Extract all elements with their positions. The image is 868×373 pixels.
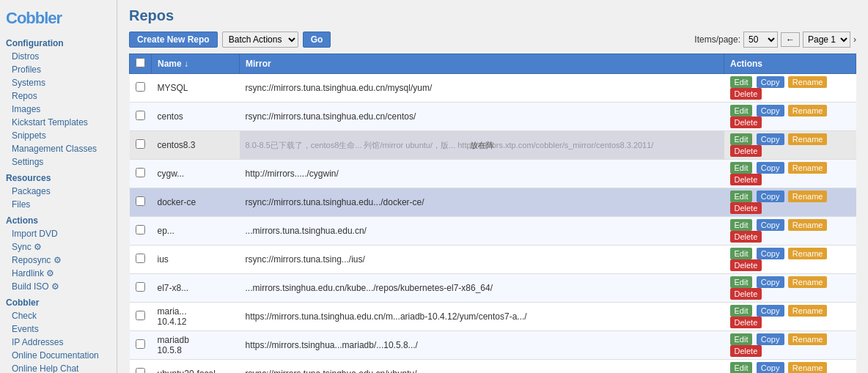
edit-button[interactable]: Edit — [730, 162, 753, 174]
table-row: ep... ...mirrors.tuna.tsinghua.edu.cn/ E… — [130, 217, 856, 245]
sidebar-item-snippets[interactable]: Snippets — [0, 129, 117, 142]
rename-button[interactable]: Rename — [788, 162, 828, 174]
copy-button[interactable]: Copy — [757, 219, 784, 231]
copy-button[interactable]: Copy — [757, 276, 784, 288]
page-select[interactable]: Page 1 — [803, 32, 850, 48]
rename-button[interactable]: Rename — [788, 276, 828, 288]
edit-button[interactable]: Edit — [730, 362, 753, 373]
delete-button[interactable]: Delete — [730, 88, 762, 100]
page-back-button[interactable]: ← — [781, 32, 800, 47]
items-per-page-select[interactable]: 50 25 100 — [743, 32, 778, 48]
sidebar: Cobbler Configuration Distros Profiles S… — [0, 0, 117, 373]
sidebar-item-check[interactable]: Check — [0, 309, 117, 322]
rename-button[interactable]: Rename — [788, 305, 828, 317]
edit-button[interactable]: Edit — [730, 133, 753, 145]
sidebar-item-kickstart-templates[interactable]: Kickstart Templates — [0, 116, 117, 129]
rename-button[interactable]: Rename — [788, 362, 828, 373]
delete-button[interactable]: Delete — [730, 345, 762, 357]
delete-button[interactable]: Delete — [730, 117, 762, 128]
rename-button[interactable]: Rename — [788, 219, 828, 231]
row-checkbox[interactable] — [136, 168, 145, 177]
sidebar-item-reposync[interactable]: Reposync ⚙ — [0, 254, 117, 267]
row-checkbox[interactable] — [136, 311, 145, 320]
sidebar-item-online-help-chat[interactable]: Online Help Chat — [0, 362, 117, 373]
sidebar-item-events[interactable]: Events — [0, 322, 117, 336]
table-row: mariadb10.5.8 https://mirrors.tsinghua..… — [130, 331, 856, 360]
batch-actions-select[interactable]: Batch Actions — [222, 32, 298, 48]
copy-button[interactable]: Copy — [757, 133, 784, 145]
row-checkbox[interactable] — [136, 339, 145, 349]
copy-button[interactable]: Copy — [757, 191, 784, 202]
copy-button[interactable]: Copy — [757, 162, 784, 174]
sidebar-item-ip-addresses[interactable]: IP Addresses — [0, 336, 117, 349]
go-button[interactable]: Go — [303, 32, 331, 48]
sidebar-item-build-iso[interactable]: Build ISO ⚙ — [0, 280, 117, 293]
row-actions: Edit Copy Rename Delete — [724, 217, 856, 245]
sidebar-item-repos[interactable]: Repos — [0, 89, 117, 103]
col-header-name[interactable]: Name ↓ — [152, 54, 240, 74]
repo-name: centos — [152, 103, 240, 131]
row-actions: Edit Copy Rename Delete — [724, 74, 856, 103]
delete-button[interactable]: Delete — [730, 231, 762, 243]
sidebar-item-online-documentation[interactable]: Online Documentation — [0, 349, 117, 362]
sidebar-item-packages[interactable]: Packages — [0, 185, 117, 198]
edit-button[interactable]: Edit — [730, 191, 753, 202]
row-actions: Edit Copy Rename Delete — [724, 331, 856, 360]
edit-button[interactable]: Edit — [730, 219, 753, 231]
sidebar-item-systems[interactable]: Systems — [0, 76, 117, 89]
col-header-actions: Actions — [724, 54, 856, 74]
select-all-checkbox[interactable] — [136, 58, 145, 67]
edit-button[interactable]: Edit — [730, 76, 753, 88]
copy-button[interactable]: Copy — [757, 76, 784, 88]
repo-mirror: rsync://mirrors.tuna.tsinghua.edu.cn/cen… — [240, 103, 724, 131]
delete-button[interactable]: Delete — [730, 259, 762, 271]
edit-button[interactable]: Edit — [730, 305, 753, 317]
repo-mirror: http://mirrors...../cygwin/ — [240, 160, 724, 188]
row-checkbox[interactable] — [136, 368, 145, 373]
row-actions: Edit Copy Rename Delete — [724, 160, 856, 188]
row-checkbox[interactable] — [136, 82, 145, 92]
sidebar-item-files[interactable]: Files — [0, 198, 117, 211]
sidebar-item-distros[interactable]: Distros — [0, 50, 117, 63]
edit-button[interactable]: Edit — [730, 333, 753, 345]
sidebar-item-images[interactable]: Images — [0, 103, 117, 116]
logo-text: Cobbler — [6, 9, 62, 27]
row-checkbox[interactable] — [136, 139, 145, 149]
copy-button[interactable]: Copy — [757, 362, 784, 373]
table-row: ius rsync://mirrors.tuna.tsing.../ius/ E… — [130, 245, 856, 274]
rename-button[interactable]: Rename — [788, 333, 828, 345]
row-checkbox[interactable] — [136, 111, 145, 120]
delete-button[interactable]: Delete — [730, 145, 762, 157]
rename-button[interactable]: Rename — [788, 76, 828, 88]
row-checkbox[interactable] — [136, 196, 145, 206]
row-checkbox[interactable] — [136, 254, 145, 263]
copy-button[interactable]: Copy — [757, 248, 784, 259]
copy-button[interactable]: Copy — [757, 105, 784, 117]
rename-button[interactable]: Rename — [788, 133, 828, 145]
delete-button[interactable]: Delete — [730, 202, 762, 214]
sidebar-item-management-classes[interactable]: Management Classes — [0, 142, 117, 155]
rename-button[interactable]: Rename — [788, 248, 828, 259]
create-new-repo-button[interactable]: Create New Repo — [129, 32, 218, 48]
edit-button[interactable]: Edit — [730, 248, 753, 259]
edit-button[interactable]: Edit — [730, 105, 753, 117]
col-header-mirror: Mirror — [240, 54, 724, 74]
repo-mirror: rsync://mirrors.tuna.tsinghua.edu.cn/mys… — [240, 74, 724, 103]
row-checkbox[interactable] — [136, 225, 145, 234]
sidebar-item-import-dvd[interactable]: Import DVD — [0, 227, 117, 240]
row-checkbox[interactable] — [136, 282, 145, 292]
sidebar-item-profiles[interactable]: Profiles — [0, 63, 117, 76]
copy-button[interactable]: Copy — [757, 305, 784, 317]
delete-button[interactable]: Delete — [730, 317, 762, 328]
sidebar-item-sync[interactable]: Sync ⚙ — [0, 240, 117, 254]
copy-button[interactable]: Copy — [757, 333, 784, 345]
rename-button[interactable]: Rename — [788, 191, 828, 202]
repo-name: MYSQL — [152, 74, 240, 103]
delete-button[interactable]: Delete — [730, 288, 762, 300]
delete-button[interactable]: Delete — [730, 174, 762, 185]
repo-name: ius — [152, 245, 240, 274]
sidebar-item-settings[interactable]: Settings — [0, 155, 117, 169]
edit-button[interactable]: Edit — [730, 276, 753, 288]
sidebar-item-hardlink[interactable]: Hardlink ⚙ — [0, 267, 117, 280]
rename-button[interactable]: Rename — [788, 105, 828, 117]
